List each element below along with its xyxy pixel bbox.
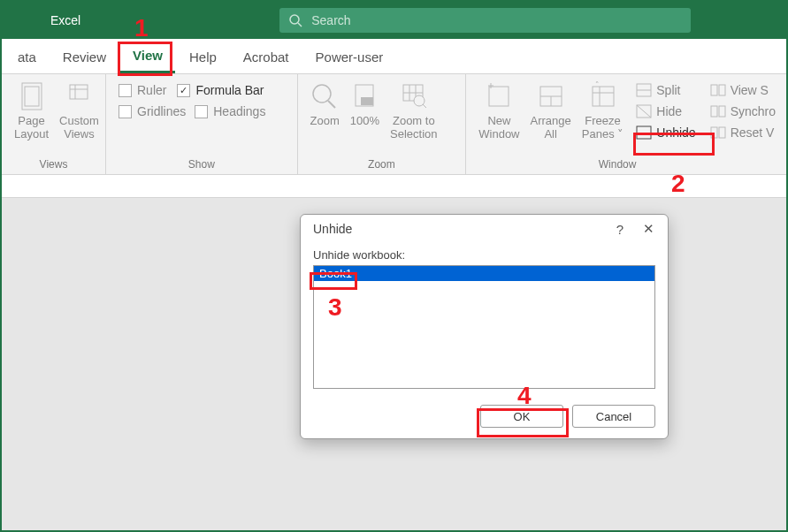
- unhide-dialog: Unhide ? ✕ Unhide workbook: Book1 OK Can…: [300, 214, 669, 439]
- svg-rect-36: [711, 127, 717, 138]
- reset-button[interactable]: Reset V: [707, 124, 779, 141]
- ribbon-tabs: ata Review View Help Acrobat Power-user: [2, 39, 786, 74]
- svg-rect-37: [719, 127, 725, 138]
- checkbox-icon: [119, 105, 132, 118]
- svg-rect-33: [719, 85, 725, 95]
- search-placeholder: Search: [311, 13, 350, 27]
- zoom-selection-icon: [400, 81, 428, 111]
- zoom-100-label: 100%: [350, 115, 379, 128]
- zoom-selection-label: Zoom to Selection: [390, 115, 437, 141]
- zoom-label: Zoom: [310, 115, 340, 128]
- split-button[interactable]: Split: [632, 81, 699, 99]
- freeze-panes-icon: *: [590, 81, 616, 111]
- views-group-label: Views: [9, 158, 98, 172]
- svg-rect-4: [70, 85, 88, 99]
- ok-button[interactable]: OK: [480, 405, 563, 428]
- svg-line-1: [298, 23, 302, 27]
- tab-data[interactable]: ata: [2, 40, 49, 73]
- svg-rect-34: [711, 106, 717, 117]
- list-item[interactable]: Book1: [314, 266, 654, 281]
- dialog-close-button[interactable]: ✕: [634, 217, 662, 241]
- headings-label: Headings: [213, 104, 265, 118]
- tab-poweruser[interactable]: Power-user: [303, 40, 396, 73]
- split-icon: [636, 83, 652, 97]
- checkbox-icon: [177, 84, 190, 97]
- unhide-workbook-label: Unhide workbook:: [313, 248, 655, 262]
- ruler-label: Ruler: [137, 83, 166, 97]
- group-window: New Window Arrange All * Freeze Panes ˅ …: [466, 74, 786, 174]
- zoom-100-button[interactable]: 100%: [345, 80, 385, 130]
- custom-views-label: Custom Views: [59, 115, 99, 141]
- tab-review[interactable]: Review: [50, 40, 119, 73]
- reset-label: Reset V: [731, 125, 775, 140]
- svg-rect-31: [637, 126, 651, 139]
- zoom-group-label: Zoom: [305, 158, 459, 172]
- document-tab-strip: [2, 175, 786, 198]
- show-group-label: Show: [113, 158, 290, 172]
- page-layout-label: Page Layout: [14, 115, 49, 141]
- unhide-button[interactable]: Unhide: [632, 124, 699, 141]
- svg-rect-3: [25, 87, 39, 106]
- gridlines-label: Gridlines: [137, 104, 186, 118]
- hide-label: Hide: [656, 104, 682, 118]
- tab-view[interactable]: View: [120, 40, 175, 73]
- unhide-label: Unhide: [656, 125, 695, 140]
- titlebar: Excel Search: [2, 2, 786, 39]
- unhide-icon: [636, 125, 652, 140]
- hide-button[interactable]: Hide: [632, 103, 699, 120]
- svg-line-30: [637, 105, 651, 118]
- svg-rect-32: [711, 85, 717, 95]
- headings-checkbox[interactable]: Headings: [195, 104, 265, 118]
- zoom-100-icon: [350, 81, 379, 111]
- svg-rect-10: [361, 97, 373, 105]
- arrange-all-icon: [538, 81, 564, 111]
- arrange-all-label: Arrange All: [531, 115, 571, 141]
- svg-rect-35: [719, 106, 725, 117]
- tab-acrobat[interactable]: Acrobat: [231, 40, 302, 73]
- view-side-button[interactable]: View S: [707, 81, 779, 99]
- dialog-title: Unhide: [313, 222, 352, 236]
- search-icon: [288, 13, 302, 27]
- synchro-label: Synchro: [731, 104, 776, 118]
- freeze-panes-label: Freeze Panes ˅: [582, 115, 624, 141]
- reset-icon: [710, 125, 726, 140]
- zoom-selection-button[interactable]: Zoom to Selection: [385, 80, 442, 143]
- svg-point-7: [313, 85, 331, 103]
- synchro-button[interactable]: Synchro: [707, 103, 779, 120]
- window-group-label: Window: [473, 158, 779, 172]
- formula-bar-checkbox[interactable]: Formula Bar: [177, 83, 264, 97]
- view-side-label: View S: [731, 83, 769, 97]
- ribbon: Page Layout Custom Views Views Ruler For…: [2, 74, 786, 175]
- dialog-titlebar: Unhide ? ✕: [301, 215, 668, 243]
- group-show: Ruler Formula Bar Gridlines Headings Sho…: [106, 74, 298, 174]
- page-layout-button[interactable]: Page Layout: [9, 80, 54, 143]
- group-zoom: Zoom 100% Zoom to Selection Zoom: [298, 74, 467, 174]
- svg-rect-17: [489, 87, 509, 106]
- app-name: Excel: [11, 13, 80, 27]
- unhide-listbox[interactable]: Book1: [313, 265, 655, 389]
- arrange-all-button[interactable]: Arrange All: [525, 80, 577, 143]
- new-window-icon: [486, 81, 512, 111]
- ruler-checkbox[interactable]: Ruler: [119, 83, 166, 97]
- custom-views-button[interactable]: Custom Views: [54, 80, 104, 143]
- formula-bar-label: Formula Bar: [195, 83, 264, 97]
- page-layout-icon: [19, 81, 44, 111]
- search-box[interactable]: Search: [279, 8, 691, 33]
- zoom-button[interactable]: Zoom: [305, 80, 345, 130]
- checkbox-icon: [195, 105, 208, 118]
- gridlines-checkbox[interactable]: Gridlines: [119, 104, 186, 118]
- split-label: Split: [656, 83, 680, 97]
- dialog-help-button[interactable]: ?: [606, 217, 634, 241]
- tab-help[interactable]: Help: [177, 40, 229, 73]
- freeze-panes-button[interactable]: * Freeze Panes ˅: [577, 80, 630, 143]
- new-window-button[interactable]: New Window: [473, 80, 524, 143]
- view-side-icon: [710, 83, 726, 97]
- svg-line-8: [328, 101, 335, 108]
- checkbox-icon: [119, 84, 132, 97]
- svg-point-0: [290, 15, 299, 24]
- zoom-icon: [310, 81, 339, 111]
- svg-line-16: [423, 104, 426, 108]
- new-window-label: New Window: [478, 115, 519, 141]
- hide-icon: [636, 104, 652, 118]
- cancel-button[interactable]: Cancel: [572, 405, 655, 428]
